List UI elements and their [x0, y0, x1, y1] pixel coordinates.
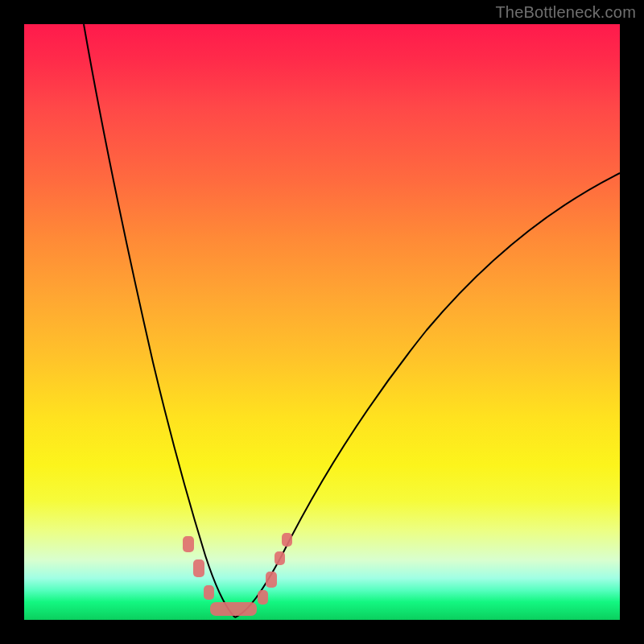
plot-area: [24, 24, 620, 620]
marker-point: [193, 559, 204, 577]
marker-point: [282, 533, 292, 547]
marker-point: [204, 585, 214, 600]
marker-point: [183, 536, 194, 552]
curve-layer: [24, 24, 620, 620]
chart-frame: TheBottleneck.com: [0, 0, 644, 644]
marker-point: [266, 572, 277, 588]
marker-point: [258, 590, 268, 605]
marker-bar: [210, 602, 257, 616]
right-curve: [235, 173, 620, 617]
left-curve: [84, 24, 235, 617]
marker-point: [275, 551, 285, 565]
watermark-text: TheBottleneck.com: [495, 3, 636, 22]
